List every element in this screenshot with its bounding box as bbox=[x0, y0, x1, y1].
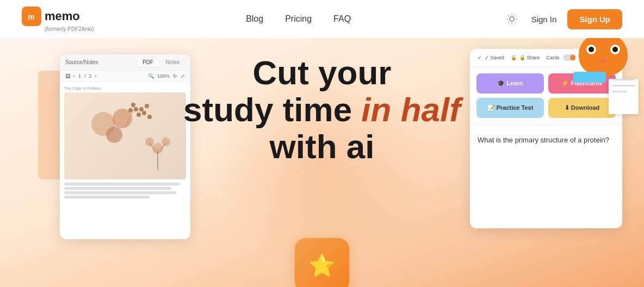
book-line bbox=[612, 85, 635, 86]
svg-line-10 bbox=[515, 16, 515, 16]
source-notes-label: Source/Notes bbox=[65, 59, 98, 65]
svg-point-29 bbox=[152, 143, 163, 154]
pdf-zoom-icon: 🔍 bbox=[148, 73, 154, 79]
cat-scarf bbox=[573, 72, 606, 83]
logo-text: memo bbox=[45, 9, 80, 23]
logo-icon: m bbox=[22, 7, 41, 26]
book-line bbox=[612, 91, 627, 92]
notes-tab[interactable]: Notes bbox=[160, 58, 185, 67]
svg-text:m: m bbox=[28, 13, 34, 21]
nav-links: Blog Pricing FAQ bbox=[246, 14, 351, 24]
logo-sub: (formerly PDF2Anki) bbox=[45, 26, 94, 32]
pdf-page-icon: 🖼 bbox=[65, 73, 70, 79]
svg-point-17 bbox=[137, 113, 141, 117]
star-icon: ⭐ bbox=[308, 253, 336, 278]
nav-right: Sign In Sign Up bbox=[503, 9, 622, 29]
hero-text: Cut your study time in half with ai bbox=[183, 54, 461, 166]
pdf-next-button[interactable]: › bbox=[95, 73, 97, 79]
hero-line2-italic: in half bbox=[361, 91, 461, 128]
practice-test-button[interactable]: 📝 Practice Test bbox=[476, 98, 544, 118]
pupil-right bbox=[612, 47, 618, 52]
book-page bbox=[609, 79, 639, 114]
pdf-prev-button[interactable]: ‹ bbox=[73, 73, 75, 79]
svg-point-21 bbox=[147, 115, 152, 119]
logo-area: m memo (formerly PDF2Anki) bbox=[22, 7, 94, 32]
text-line bbox=[64, 187, 171, 190]
cat-nose bbox=[600, 59, 606, 63]
svg-point-15 bbox=[134, 107, 138, 111]
saved-indicator: ✓ ✓ Saved bbox=[478, 55, 504, 60]
navbar: m memo (formerly PDF2Anki) Blog Pricing … bbox=[0, 0, 644, 38]
pdf-page-num: 1 bbox=[78, 73, 81, 79]
mascot-body bbox=[568, 38, 639, 120]
pdf-section-title: The Origin of Proteins bbox=[64, 86, 186, 90]
lock-icon: 🔒 bbox=[511, 55, 517, 60]
pdf-content: The Origin of Proteins bbox=[60, 82, 190, 204]
text-line bbox=[64, 191, 176, 194]
book-held bbox=[609, 74, 639, 114]
svg-point-2 bbox=[509, 17, 513, 21]
pupil-left bbox=[589, 47, 594, 52]
pdf-card-header: Source/Notes PDF Notes bbox=[60, 54, 190, 71]
cat-head bbox=[579, 38, 628, 76]
pdf-page-total: 2 bbox=[89, 73, 92, 79]
svg-line-6 bbox=[515, 22, 515, 22]
sign-in-link[interactable]: Sign In bbox=[531, 15, 557, 24]
hero-section: Cut your study time in half with ai Sour… bbox=[0, 38, 644, 287]
svg-point-28 bbox=[162, 138, 170, 146]
learn-button[interactable]: 🎓 Learn bbox=[476, 73, 544, 93]
pdf-tab[interactable]: PDF bbox=[137, 58, 159, 67]
pdf-text-content bbox=[64, 183, 186, 198]
text-line bbox=[64, 183, 180, 185]
nav-pricing[interactable]: Pricing bbox=[285, 14, 312, 24]
svg-point-14 bbox=[128, 108, 133, 113]
text-line bbox=[64, 196, 150, 198]
cat-eye-right bbox=[610, 45, 620, 54]
app-icon-card: ⭐ bbox=[295, 238, 349, 287]
cat-eye-left bbox=[586, 45, 596, 54]
hero-line2-normal: study time bbox=[183, 91, 361, 128]
share-label: 🔒 Share bbox=[519, 55, 540, 60]
share-button[interactable]: 🔒 🔒 Share bbox=[511, 55, 540, 60]
pdf-toolbar: 🖼 ‹ 1 / 2 › 🔍 100% ↻ ⤢ bbox=[60, 71, 190, 82]
svg-line-9 bbox=[508, 22, 509, 22]
svg-line-5 bbox=[508, 16, 509, 16]
nav-blog[interactable]: Blog bbox=[246, 14, 263, 24]
sign-up-button[interactable]: Sign Up bbox=[567, 9, 622, 29]
svg-point-27 bbox=[145, 138, 154, 146]
pdf-viewer-card: Source/Notes PDF Notes 🖼 ‹ 1 / 2 › 🔍 100… bbox=[60, 54, 190, 239]
svg-point-16 bbox=[131, 103, 135, 107]
hero-title: Cut your study time in half with ai bbox=[183, 54, 461, 166]
svg-point-20 bbox=[142, 111, 146, 115]
check-icon: ✓ bbox=[478, 55, 482, 60]
hero-line1: Cut your bbox=[253, 54, 392, 91]
saved-label: ✓ Saved bbox=[485, 55, 504, 60]
pdf-page-sep: / bbox=[84, 73, 86, 79]
mascot bbox=[568, 38, 644, 130]
svg-point-13 bbox=[106, 127, 122, 143]
book-line bbox=[612, 79, 635, 80]
svg-point-19 bbox=[145, 104, 149, 108]
pdf-diagram bbox=[64, 92, 186, 179]
pdf-refresh-button[interactable]: ↻ bbox=[173, 73, 177, 79]
cards-label: Cards bbox=[547, 55, 560, 60]
theme-toggle-button[interactable] bbox=[503, 10, 521, 28]
pdf-zoom-level: 100% bbox=[157, 73, 170, 79]
nav-faq[interactable]: FAQ bbox=[333, 14, 351, 24]
hero-line3: with ai bbox=[270, 128, 375, 165]
